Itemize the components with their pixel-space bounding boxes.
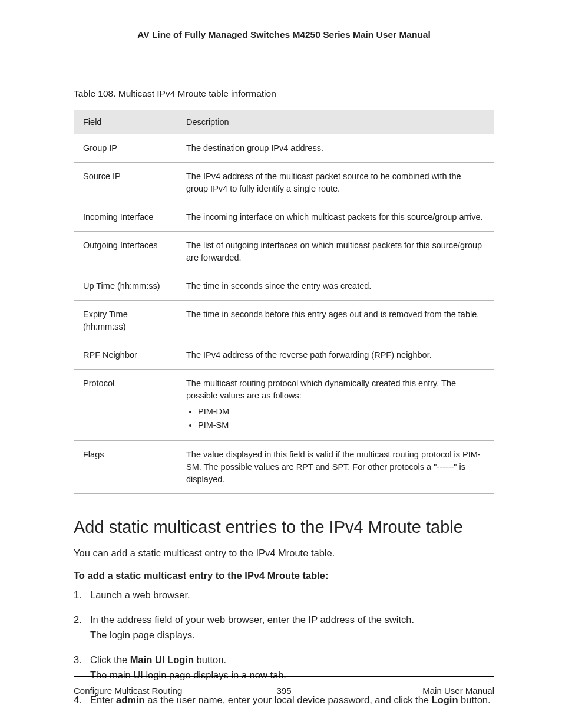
cell-desc: The list of outgoing interfaces on which…	[177, 232, 494, 272]
table-row: Outgoing Interfaces The list of outgoing…	[74, 232, 494, 272]
step-text: Launch a web browser.	[90, 589, 190, 600]
step-text: In the address field of your web browser…	[90, 614, 414, 625]
cell-field: Protocol	[74, 370, 177, 441]
cell-field: Group IP	[74, 134, 177, 163]
protocol-values-list: PIM-DM PIM-SM	[186, 406, 485, 431]
section-intro: You can add a static multicast entry to …	[74, 546, 494, 561]
cell-desc: The time in seconds before this entry ag…	[177, 301, 494, 341]
table-row: Flags The value displayed in this field …	[74, 441, 494, 494]
cell-desc-text: The multicast routing protocol which dyn…	[186, 378, 456, 400]
col-field: Field	[74, 110, 177, 134]
cell-field: Flags	[74, 441, 177, 494]
cell-desc: The time in seconds since the entry was …	[177, 272, 494, 301]
cell-field: Expiry Time (hh:mm:ss)	[74, 301, 177, 341]
step-text: Click the Main UI Login button.	[90, 654, 226, 665]
list-item: PIM-SM	[198, 419, 485, 431]
step-item: In the address field of your web browser…	[74, 613, 494, 643]
section-heading: Add static multicast entries to the IPv4…	[74, 518, 494, 537]
mroute-info-table: Field Description Group IP The destinati…	[74, 110, 494, 494]
list-item: PIM-DM	[198, 406, 485, 418]
table-row: Expiry Time (hh:mm:ss) The time in secon…	[74, 301, 494, 341]
cell-field: Source IP	[74, 163, 177, 203]
page-footer: Configure Multicast Routing 395 Main Use…	[74, 676, 494, 696]
table-row: Incoming Interface The incoming interfac…	[74, 203, 494, 232]
cell-desc: The incoming interface on which multicas…	[177, 203, 494, 232]
step-subtext: The login page displays.	[90, 628, 494, 643]
table-caption: Table 108. Multicast IPv4 Mroute table i…	[74, 88, 494, 99]
cell-desc: The value displayed in this field is val…	[177, 441, 494, 494]
footer-right: Main User Manual	[422, 686, 494, 696]
cell-field: RPF Neighbor	[74, 341, 177, 370]
cell-desc: The IPv4 address of the multicast packet…	[177, 163, 494, 203]
table-row: Source IP The IPv4 address of the multic…	[74, 163, 494, 203]
table-row: Group IP The destination group IPv4 addr…	[74, 134, 494, 163]
page-header-title: AV Line of Fully Managed Switches M4250 …	[74, 29, 494, 40]
cell-field: Incoming Interface	[74, 203, 177, 232]
table-header-row: Field Description	[74, 110, 494, 134]
table-row: Up Time (hh:mm:ss) The time in seconds s…	[74, 272, 494, 301]
step-item: Launch a web browser.	[74, 588, 494, 602]
cell-desc: The destination group IPv4 address.	[177, 134, 494, 163]
cell-field: Up Time (hh:mm:ss)	[74, 272, 177, 301]
cell-field: Outgoing Interfaces	[74, 232, 177, 272]
table-row: RPF Neighbor The IPv4 address of the rev…	[74, 341, 494, 370]
step-text: Enter admin as the user name, enter your…	[90, 694, 491, 705]
cell-desc: The IPv4 address of the reverse path for…	[177, 341, 494, 370]
section-bold-lead: To add a static multicast entry to the I…	[74, 570, 494, 581]
table-row: Protocol The multicast routing protocol …	[74, 370, 494, 441]
col-description: Description	[177, 110, 494, 134]
footer-left: Configure Multicast Routing	[74, 686, 182, 696]
cell-desc: The multicast routing protocol which dyn…	[177, 370, 494, 441]
